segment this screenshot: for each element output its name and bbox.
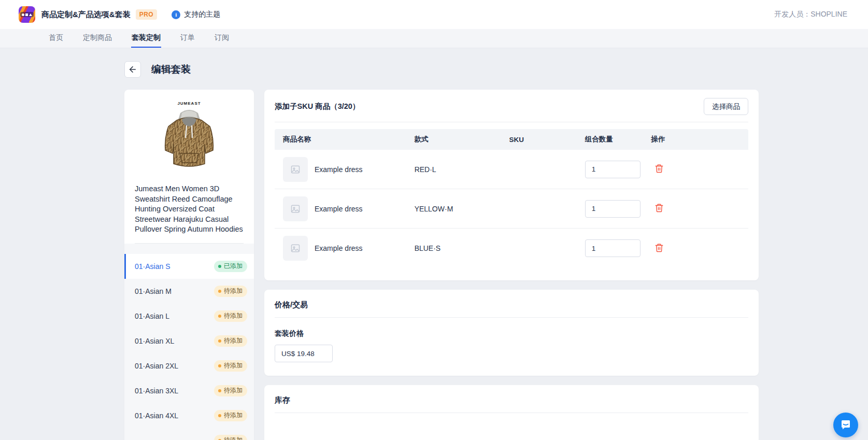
product-name: Example dress bbox=[315, 205, 363, 213]
header-actions: 操作 bbox=[651, 135, 748, 144]
status-badge-pending: 待添加 bbox=[214, 435, 247, 440]
image-placeholder-icon bbox=[283, 236, 308, 261]
info-icon[interactable]: i bbox=[172, 10, 180, 19]
sku-item-asian-4xl[interactable]: 01·Asian 4XL 待添加 bbox=[124, 403, 254, 428]
supported-themes-link[interactable]: 支持的主题 bbox=[184, 10, 220, 19]
status-badge-pending: 待添加 bbox=[214, 360, 247, 372]
page-title: 编辑套装 bbox=[151, 63, 191, 76]
hoodie-image bbox=[156, 106, 222, 171]
table-row: Example dress YELLOW·M bbox=[275, 189, 748, 229]
sku-item-asian-m[interactable]: 01·Asian M 待添加 bbox=[124, 279, 254, 304]
divider bbox=[275, 317, 748, 318]
table-header-row: 商品名称 款式 SKU 组合数量 操作 bbox=[275, 129, 748, 150]
price-card: 价格/交易 套装价格 bbox=[264, 290, 759, 376]
developer-label: 开发人员：SHOPLINE bbox=[774, 10, 847, 19]
chat-launcher-button[interactable] bbox=[833, 413, 858, 437]
app-title: 商品定制&产品选项&套装 bbox=[41, 10, 131, 20]
app-logo-icon bbox=[19, 6, 35, 23]
tab-custom-products[interactable]: 定制商品 bbox=[82, 29, 112, 48]
quantity-input[interactable] bbox=[585, 161, 641, 178]
bundle-price-label: 套装价格 bbox=[275, 329, 748, 338]
delete-row-button[interactable] bbox=[653, 163, 665, 176]
trash-icon bbox=[654, 164, 664, 173]
inventory-section-title: 库存 bbox=[275, 395, 748, 405]
back-button[interactable] bbox=[124, 61, 141, 78]
arrow-left-icon bbox=[128, 65, 137, 74]
product-summary-card: JUMEAST bbox=[124, 90, 254, 440]
table-row: Example dress BLUE·S bbox=[275, 229, 748, 268]
status-badge-pending: 待添加 bbox=[214, 310, 247, 322]
sku-variant-list: 01·Asian S 已添加 01·Asian M 待添加 01·Asian L… bbox=[124, 244, 254, 440]
variant-style: BLUE·S bbox=[415, 244, 509, 252]
header-style: 款式 bbox=[415, 135, 509, 144]
page-content: 编辑套装 JUMEAST bbox=[0, 48, 759, 440]
table-row: Example dress RED·L bbox=[275, 150, 748, 189]
bundle-price-input[interactable] bbox=[275, 345, 333, 362]
header-sku: SKU bbox=[509, 136, 585, 144]
sku-item-asian-xl[interactable]: 01·Asian XL 待添加 bbox=[124, 329, 254, 353]
tab-home[interactable]: 首页 bbox=[48, 29, 64, 48]
pro-badge: PRO bbox=[136, 9, 158, 20]
price-section-title: 价格/交易 bbox=[275, 300, 748, 310]
select-product-button[interactable]: 选择商品 bbox=[704, 98, 748, 115]
header-qty: 组合数量 bbox=[585, 135, 651, 144]
main-column: 添加子SKU 商品（3/20） 选择商品 商品名称 款式 SKU 组合数量 操作 bbox=[264, 90, 759, 440]
tab-subscriptions[interactable]: 订阅 bbox=[214, 29, 230, 48]
status-badge-pending: 待添加 bbox=[214, 286, 247, 297]
inventory-card: 库存 bbox=[264, 385, 759, 440]
sku-item-asian-l[interactable]: 01·Asian L 待添加 bbox=[124, 304, 254, 329]
status-badge-added: 已添加 bbox=[214, 261, 247, 272]
status-badge-pending: 待添加 bbox=[214, 410, 247, 421]
variant-style: RED·L bbox=[415, 165, 509, 174]
variant-style: YELLOW·M bbox=[415, 205, 509, 213]
delete-row-button[interactable] bbox=[653, 242, 665, 255]
sub-sku-card: 添加子SKU 商品（3/20） 选择商品 商品名称 款式 SKU 组合数量 操作 bbox=[264, 90, 759, 280]
product-image: JUMEAST bbox=[152, 100, 226, 175]
app-header: 商品定制&产品选项&套装 PRO i 支持的主题 开发人员：SHOPLINE bbox=[0, 0, 868, 29]
divider bbox=[275, 413, 748, 413]
divider bbox=[275, 122, 748, 122]
status-badge-pending: 待添加 bbox=[214, 385, 247, 396]
product-title: Jumeast Men Women 3D Sweatshirt Reed Cam… bbox=[135, 184, 244, 235]
tab-bundle-customization[interactable]: 套装定制 bbox=[131, 29, 161, 48]
main-nav: 首页 定制商品 套装定制 订单 订阅 bbox=[0, 29, 868, 48]
sku-item-asian-2xl[interactable]: 01·Asian 2XL 待添加 bbox=[124, 353, 254, 378]
sub-sku-section-title: 添加子SKU 商品（3/20） bbox=[275, 102, 360, 111]
sku-item-asian-3xl[interactable]: 01·Asian 3XL 待添加 bbox=[124, 378, 254, 403]
status-badge-pending: 待添加 bbox=[214, 335, 247, 347]
header-product-name: 商品名称 bbox=[275, 135, 415, 144]
sku-item-partial[interactable]: 待添加 bbox=[124, 428, 254, 440]
trash-icon bbox=[654, 203, 664, 212]
quantity-input[interactable] bbox=[585, 200, 641, 218]
trash-icon bbox=[654, 243, 664, 252]
tab-orders[interactable]: 订单 bbox=[180, 29, 195, 48]
quantity-input[interactable] bbox=[585, 239, 641, 257]
product-name: Example dress bbox=[315, 244, 363, 252]
product-name: Example dress bbox=[315, 165, 363, 174]
delete-row-button[interactable] bbox=[653, 202, 665, 215]
sub-sku-table: 商品名称 款式 SKU 组合数量 操作 bbox=[275, 129, 748, 268]
product-brand: JUMEAST bbox=[177, 101, 201, 106]
sku-item-asian-s[interactable]: 01·Asian S 已添加 bbox=[124, 254, 254, 279]
chat-bubble-icon bbox=[839, 419, 852, 431]
image-placeholder-icon bbox=[283, 196, 308, 221]
image-placeholder-icon bbox=[283, 157, 308, 182]
